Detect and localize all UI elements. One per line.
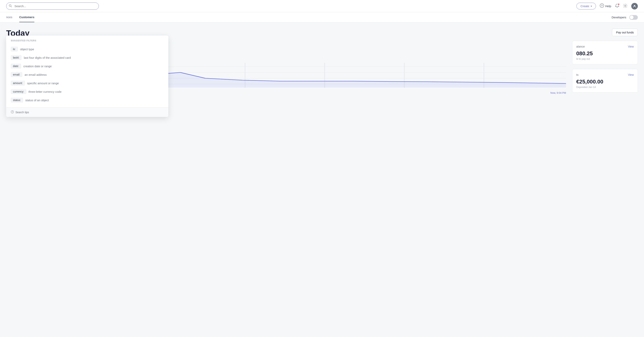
search-input[interactable] xyxy=(6,3,99,10)
right-panel: Pay out funds alance View 080.25 le to p… xyxy=(572,29,638,94)
chart-now-label: Now, 9:04 PM xyxy=(550,91,566,94)
search-dropdown: SUGGESTED FILTERS is: object type last4:… xyxy=(6,36,168,117)
pay-out-funds-button[interactable]: Pay out funds xyxy=(612,29,638,36)
dropdown-section: SUGGESTED FILTERS is: object type last4:… xyxy=(6,36,168,107)
deposits-card: ts View €25,000.00 Deposited Jan 14 xyxy=(572,69,638,93)
create-button[interactable]: Create ▾ xyxy=(576,3,596,10)
filter-row-is[interactable]: is: object type xyxy=(11,45,164,53)
filter-desc-status: status of an object xyxy=(25,99,49,102)
notifications-button[interactable] xyxy=(615,4,619,9)
deposit-amount: €25,000.00 xyxy=(576,79,634,85)
filter-tag-date: date: xyxy=(11,64,21,68)
filter-tag-last4: last4: xyxy=(11,55,22,60)
gear-icon xyxy=(623,4,628,9)
balance-amount: 080.25 xyxy=(576,51,634,57)
search-tips-icon: ? xyxy=(11,110,14,114)
filter-desc-is: object type xyxy=(20,48,34,51)
balance-card: alance View 080.25 le to pay out xyxy=(572,41,638,64)
filter-desc-email: an email address xyxy=(24,73,46,76)
developers-label: Developers xyxy=(612,16,626,19)
deposits-view-link[interactable]: View xyxy=(628,73,634,76)
filter-tag-email: email: xyxy=(11,72,22,77)
dropdown-section-title: SUGGESTED FILTERS xyxy=(11,40,164,42)
filter-desc-last4: last four digits of the associated card xyxy=(24,56,71,59)
dropdown-footer[interactable]: ? Search tips xyxy=(6,107,168,117)
search-wrapper xyxy=(6,3,99,10)
avatar[interactable] xyxy=(631,3,638,10)
filter-row-amount[interactable]: amount: specific amount or range xyxy=(11,79,164,87)
svg-point-4 xyxy=(625,5,626,7)
nav-left xyxy=(6,3,576,10)
deposit-date: Deposited Jan 14 xyxy=(576,86,634,89)
help-icon: ? xyxy=(600,4,604,9)
tab-customers[interactable]: Customers xyxy=(19,12,34,22)
top-nav: Create ▾ ? Help xyxy=(0,0,644,12)
sub-nav-left: nces Customers xyxy=(6,12,34,22)
help-label: Help xyxy=(605,5,611,8)
search-icon xyxy=(9,4,12,8)
filter-tag-amount: amount: xyxy=(11,81,25,85)
filter-row-currency[interactable]: currency: three-letter currency code xyxy=(11,87,164,96)
balance-sub: le to pay out xyxy=(576,57,634,60)
main-content: Today Gross volume ▾ €2,084.95 9:04 PM xyxy=(0,23,644,100)
toggle-knob xyxy=(630,16,634,19)
filter-row-date[interactable]: date: creation date or range xyxy=(11,62,164,70)
settings-button[interactable] xyxy=(623,4,628,9)
filter-row-last4[interactable]: last4: last four digits of the associate… xyxy=(11,53,164,62)
tab-balances[interactable]: nces xyxy=(6,12,12,22)
deposits-card-title: ts xyxy=(576,73,578,76)
balance-view-link[interactable]: View xyxy=(628,45,634,48)
filter-desc-date: creation date or range xyxy=(23,65,52,68)
filter-row-status[interactable]: status: status of an object xyxy=(11,96,164,104)
balance-card-header: alance View xyxy=(576,45,634,48)
deposits-card-header: ts View xyxy=(576,73,634,76)
help-button[interactable]: ? Help xyxy=(600,4,611,9)
chevron-down-icon: ▾ xyxy=(591,5,592,8)
svg-text:?: ? xyxy=(12,111,13,113)
filter-tag-is: is: xyxy=(11,47,18,51)
filter-row-email[interactable]: email: an email address xyxy=(11,70,164,79)
sub-nav-right: Developers xyxy=(612,15,638,20)
svg-text:?: ? xyxy=(601,5,602,7)
svg-line-1 xyxy=(11,6,12,7)
filter-tag-status: status: xyxy=(11,98,23,102)
notification-badge xyxy=(618,3,620,5)
filter-desc-currency: three-letter currency code xyxy=(28,90,62,93)
search-tips-label: Search tips xyxy=(16,111,29,114)
filter-tag-currency: currency: xyxy=(11,89,26,94)
sub-nav: nces Customers Developers xyxy=(0,12,644,23)
balance-card-title: alance xyxy=(576,45,585,48)
filter-desc-amount: specific amount or range xyxy=(27,82,59,85)
nav-right: Create ▾ ? Help xyxy=(576,3,638,10)
developers-toggle[interactable] xyxy=(629,15,638,20)
